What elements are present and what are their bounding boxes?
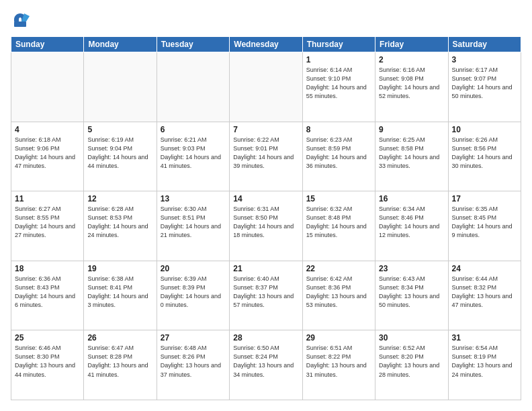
- day-number: 25: [15, 333, 80, 342]
- calendar-cell: 27Sunrise: 6:48 AMSunset: 8:26 PMDayligh…: [157, 330, 229, 400]
- day-info: Sunrise: 6:46 AMSunset: 8:30 PMDaylight:…: [15, 344, 80, 379]
- calendar-cell: 28Sunrise: 6:50 AMSunset: 8:24 PMDayligh…: [230, 330, 302, 400]
- day-number: 26: [87, 333, 152, 342]
- logo-icon: [11, 11, 30, 30]
- calendar-cell: 23Sunrise: 6:43 AMSunset: 8:34 PMDayligh…: [375, 261, 448, 330]
- day-number: 19: [87, 264, 152, 273]
- day-info: Sunrise: 6:27 AMSunset: 8:55 PMDaylight:…: [15, 205, 80, 240]
- calendar-cell: 9Sunrise: 6:25 AMSunset: 8:58 PMDaylight…: [375, 122, 448, 191]
- calendar-cell: 20Sunrise: 6:39 AMSunset: 8:39 PMDayligh…: [157, 261, 229, 330]
- day-number: 18: [15, 264, 80, 273]
- day-number: 16: [379, 194, 444, 203]
- day-number: 28: [233, 333, 298, 342]
- day-info: Sunrise: 6:21 AMSunset: 9:03 PMDaylight:…: [161, 136, 226, 171]
- calendar-cell: 18Sunrise: 6:36 AMSunset: 8:43 PMDayligh…: [11, 261, 84, 330]
- day-number: 2: [379, 55, 444, 64]
- day-number: 10: [452, 125, 517, 134]
- calendar-cell: 4Sunrise: 6:18 AMSunset: 9:06 PMDaylight…: [11, 122, 84, 191]
- day-number: 9: [379, 125, 444, 134]
- day-info: Sunrise: 6:44 AMSunset: 8:32 PMDaylight:…: [452, 275, 517, 310]
- day-number: 12: [87, 194, 152, 203]
- calendar-cell: 10Sunrise: 6:26 AMSunset: 8:56 PMDayligh…: [448, 122, 521, 191]
- calendar-cell: 29Sunrise: 6:51 AMSunset: 8:22 PMDayligh…: [302, 330, 375, 400]
- day-info: Sunrise: 6:18 AMSunset: 9:06 PMDaylight:…: [15, 136, 80, 171]
- calendar-cell: 5Sunrise: 6:19 AMSunset: 9:04 PMDaylight…: [84, 122, 157, 191]
- weekday-header: Sunday: [11, 37, 84, 52]
- day-number: 7: [233, 125, 298, 134]
- day-info: Sunrise: 6:28 AMSunset: 8:53 PMDaylight:…: [87, 205, 152, 240]
- logo: [11, 11, 31, 30]
- calendar-cell: 16Sunrise: 6:34 AMSunset: 8:46 PMDayligh…: [375, 191, 448, 261]
- day-info: Sunrise: 6:31 AMSunset: 8:50 PMDaylight:…: [233, 205, 298, 240]
- weekday-header: Thursday: [302, 37, 375, 52]
- calendar-cell: 1Sunrise: 6:14 AMSunset: 9:10 PMDaylight…: [302, 52, 375, 122]
- calendar-cell: [84, 52, 157, 122]
- day-info: Sunrise: 6:36 AMSunset: 8:43 PMDaylight:…: [15, 275, 80, 310]
- calendar-cell: 2Sunrise: 6:16 AMSunset: 9:08 PMDaylight…: [375, 52, 448, 122]
- weekday-header: Friday: [375, 37, 448, 52]
- day-info: Sunrise: 6:17 AMSunset: 9:07 PMDaylight:…: [452, 66, 517, 101]
- day-info: Sunrise: 6:47 AMSunset: 8:28 PMDaylight:…: [87, 344, 152, 379]
- day-number: 6: [161, 125, 226, 134]
- calendar-cell: 31Sunrise: 6:54 AMSunset: 8:19 PMDayligh…: [448, 330, 521, 400]
- day-number: 5: [87, 125, 152, 134]
- day-number: 8: [306, 125, 371, 134]
- day-number: 11: [15, 194, 80, 203]
- calendar-week-row: 4Sunrise: 6:18 AMSunset: 9:06 PMDaylight…: [11, 122, 521, 191]
- header: [11, 11, 521, 30]
- day-number: 14: [233, 194, 298, 203]
- day-info: Sunrise: 6:39 AMSunset: 8:39 PMDaylight:…: [161, 275, 226, 310]
- day-number: 27: [161, 333, 226, 342]
- day-number: 29: [306, 333, 371, 342]
- day-info: Sunrise: 6:35 AMSunset: 8:45 PMDaylight:…: [452, 205, 517, 240]
- calendar-header: SundayMondayTuesdayWednesdayThursdayFrid…: [11, 37, 521, 52]
- day-info: Sunrise: 6:48 AMSunset: 8:26 PMDaylight:…: [161, 344, 226, 379]
- calendar-cell: 26Sunrise: 6:47 AMSunset: 8:28 PMDayligh…: [84, 330, 157, 400]
- day-info: Sunrise: 6:30 AMSunset: 8:51 PMDaylight:…: [161, 205, 226, 240]
- day-number: 3: [452, 55, 517, 64]
- page: SundayMondayTuesdayWednesdayThursdayFrid…: [0, 0, 532, 411]
- calendar-cell: 24Sunrise: 6:44 AMSunset: 8:32 PMDayligh…: [448, 261, 521, 330]
- day-info: Sunrise: 6:40 AMSunset: 8:37 PMDaylight:…: [233, 275, 298, 310]
- day-info: Sunrise: 6:38 AMSunset: 8:41 PMDaylight:…: [87, 275, 152, 310]
- day-number: 30: [379, 333, 444, 342]
- calendar-cell: 12Sunrise: 6:28 AMSunset: 8:53 PMDayligh…: [84, 191, 157, 261]
- weekday-header: Tuesday: [157, 37, 229, 52]
- day-number: 24: [452, 264, 517, 273]
- weekday-header: Wednesday: [230, 37, 302, 52]
- calendar-cell: 3Sunrise: 6:17 AMSunset: 9:07 PMDaylight…: [448, 52, 521, 122]
- calendar-week-row: 18Sunrise: 6:36 AMSunset: 8:43 PMDayligh…: [11, 261, 521, 330]
- day-info: Sunrise: 6:43 AMSunset: 8:34 PMDaylight:…: [379, 275, 444, 310]
- calendar-cell: 13Sunrise: 6:30 AMSunset: 8:51 PMDayligh…: [157, 191, 229, 261]
- calendar-cell: 17Sunrise: 6:35 AMSunset: 8:45 PMDayligh…: [448, 191, 521, 261]
- day-info: Sunrise: 6:23 AMSunset: 8:59 PMDaylight:…: [306, 136, 371, 171]
- day-number: 21: [233, 264, 298, 273]
- day-info: Sunrise: 6:32 AMSunset: 8:48 PMDaylight:…: [306, 205, 371, 240]
- calendar-cell: [11, 52, 84, 122]
- day-number: 23: [379, 264, 444, 273]
- calendar-body: 1Sunrise: 6:14 AMSunset: 9:10 PMDaylight…: [11, 52, 521, 400]
- day-info: Sunrise: 6:34 AMSunset: 8:46 PMDaylight:…: [379, 205, 444, 240]
- calendar-cell: 8Sunrise: 6:23 AMSunset: 8:59 PMDaylight…: [302, 122, 375, 191]
- day-number: 22: [306, 264, 371, 273]
- calendar-cell: 14Sunrise: 6:31 AMSunset: 8:50 PMDayligh…: [230, 191, 302, 261]
- weekday-header: Monday: [84, 37, 157, 52]
- day-number: 20: [161, 264, 226, 273]
- calendar-cell: 21Sunrise: 6:40 AMSunset: 8:37 PMDayligh…: [230, 261, 302, 330]
- day-number: 1: [306, 55, 371, 64]
- day-info: Sunrise: 6:14 AMSunset: 9:10 PMDaylight:…: [306, 66, 371, 101]
- calendar: SundayMondayTuesdayWednesdayThursdayFrid…: [11, 36, 521, 400]
- calendar-week-row: 1Sunrise: 6:14 AMSunset: 9:10 PMDaylight…: [11, 52, 521, 122]
- calendar-cell: 7Sunrise: 6:22 AMSunset: 9:01 PMDaylight…: [230, 122, 302, 191]
- calendar-cell: [157, 52, 229, 122]
- calendar-cell: 22Sunrise: 6:42 AMSunset: 8:36 PMDayligh…: [302, 261, 375, 330]
- day-info: Sunrise: 6:16 AMSunset: 9:08 PMDaylight:…: [379, 66, 444, 101]
- calendar-week-row: 25Sunrise: 6:46 AMSunset: 8:30 PMDayligh…: [11, 330, 521, 400]
- calendar-week-row: 11Sunrise: 6:27 AMSunset: 8:55 PMDayligh…: [11, 191, 521, 261]
- calendar-cell: 11Sunrise: 6:27 AMSunset: 8:55 PMDayligh…: [11, 191, 84, 261]
- calendar-cell: 25Sunrise: 6:46 AMSunset: 8:30 PMDayligh…: [11, 330, 84, 400]
- day-info: Sunrise: 6:54 AMSunset: 8:19 PMDaylight:…: [452, 344, 517, 379]
- calendar-cell: 19Sunrise: 6:38 AMSunset: 8:41 PMDayligh…: [84, 261, 157, 330]
- day-info: Sunrise: 6:50 AMSunset: 8:24 PMDaylight:…: [233, 344, 298, 379]
- weekday-header: Saturday: [448, 37, 521, 52]
